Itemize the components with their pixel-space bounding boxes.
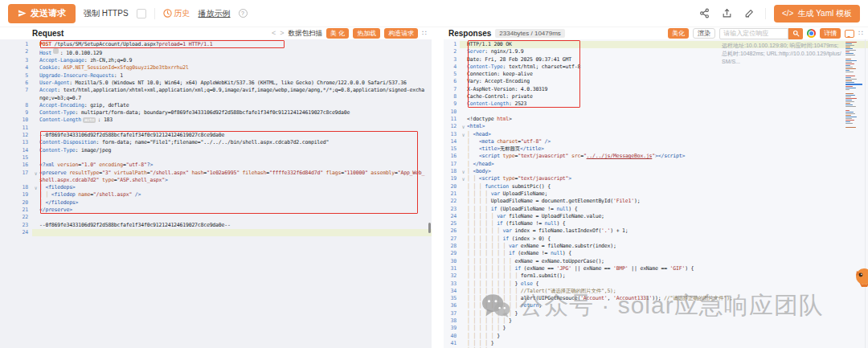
code-line: 12--0f869fe3433106d92f2d588bcfafe1f34f0c… — [0, 132, 432, 139]
history-label: 历史 — [174, 8, 190, 19]
code-line: 15 — [0, 154, 432, 162]
code-line: 30│ │ │ │ │ │ │ │ exName = exName.toUppe… — [444, 258, 868, 265]
open-in-chrome-icon[interactable] — [807, 29, 816, 38]
request-editor[interactable]: 1POST /tplus/SM/SetupAccount/Upload.aspx… — [0, 39, 432, 348]
clock-icon — [163, 9, 172, 18]
generate-yaml-button[interactable]: </> 生成 Yaml 模板 — [774, 5, 860, 23]
history-button[interactable]: 历史 — [163, 8, 190, 19]
code-line: 1POST /tplus/SM/SetupAccount/Upload.aspx… — [0, 41, 432, 48]
code-line: 18∨│ <body> — [444, 168, 868, 175]
code-line: 29│ │ │ │ │ │ │ if (exName != null) { — [444, 250, 868, 257]
request-scrollbar-handle[interactable] — [428, 223, 431, 233]
export-button[interactable] — [720, 6, 735, 21]
code-line: 19│ │ <filedep name="/shell.aspx" /> — [0, 191, 432, 199]
code-line: 22 — [0, 214, 432, 221]
code-line: 17│ </head> — [444, 161, 868, 168]
code-line: 9Content-Type: multipart/form-data; boun… — [0, 109, 432, 117]
next-packet-button[interactable]: > — [280, 30, 284, 37]
code-line: 13∨│ <head> — [444, 131, 868, 138]
packet-scan-button[interactable]: 数据包扫描 — [289, 29, 323, 39]
response-panel-title: Responses — [448, 29, 491, 38]
code-line: 14│ <meta charset="utf-8" /> — [444, 138, 868, 145]
code-line: 7Accept: text/html,application/xhtml+xml… — [0, 87, 432, 102]
toolbar-divider — [154, 8, 155, 19]
code-line: 8Cache-Control: private — [444, 93, 868, 100]
prev-packet-button[interactable]: < — [272, 30, 276, 37]
code-line: 12∨<html> — [444, 123, 868, 130]
code-line: 22│ │ │ │ UploadFileName = document.getE… — [444, 198, 868, 205]
code-line: 38│ │ │ │ │ │ │ } — [444, 317, 868, 325]
response-code: 1HTTP/1.1 200 OK2Server: nginx/1.9.93Dat… — [444, 39, 868, 348]
code-line: 27│ │ │ │ │ │ if (index > 0) { — [444, 235, 868, 243]
panel-resizer[interactable] — [432, 27, 444, 348]
response-fullscreen-icon[interactable]: ∷ — [858, 30, 863, 37]
request-panel: Request < > 数据包扫描 美 化 热加载 构造请求 ∷ 1POST /… — [0, 27, 432, 348]
help-icon[interactable]: ? — [239, 9, 248, 18]
response-scrollbar-track[interactable] — [865, 39, 868, 348]
code-line: 10 — [444, 108, 868, 116]
send-request-button[interactable]: 发送请求 — [8, 4, 76, 23]
code-line: 7X-AspNet-Version: 4.0.30319 — [444, 86, 868, 93]
details-button[interactable]: 详情 — [820, 28, 841, 39]
code-line: 34│ │ │ │ │ │ │ │ │ //Talert("请选择正确的图片文件… — [444, 288, 868, 295]
edit-button[interactable] — [743, 6, 757, 21]
request-code: 1POST /tplus/SM/SetupAccount/Upload.aspx… — [0, 39, 432, 236]
code-line: 39│ │ │ │ │ │ } — [444, 325, 868, 332]
top-toolbar: 发送请求 强制 HTTPS 历史 播放示例 ? </> 生成 Yaml 模板 — [0, 0, 868, 27]
export-icon — [722, 8, 732, 18]
share-button[interactable] — [698, 6, 712, 21]
code-line: 17∨<preserve resultType="3" virtualPath=… — [0, 170, 432, 185]
code-line: 40│ │ │ │ │ } — [444, 333, 868, 340]
code-line: 6User-Agent: Mozilla/5.0 (Windows NT 10.… — [0, 80, 432, 87]
code-line: 32│ │ │ │ │ │ │ │ │ form1.submit(); — [444, 272, 868, 280]
generate-yaml-label: 生成 Yaml 模板 — [797, 8, 852, 19]
request-panel-title: Request — [32, 29, 63, 38]
code-line: 35│ │ │ │ │ │ │ │ │ alert(UIPGetResouce(… — [444, 295, 868, 302]
code-line: 13Content-Disposition: form-data; name="… — [0, 139, 432, 146]
code-line: 33│ │ │ │ │ │ │ │ } else { — [444, 280, 868, 288]
response-stats-badge: 2334bytes / 10479ms — [495, 29, 565, 38]
beautify-response-button[interactable]: 美化 — [668, 28, 689, 39]
minimap[interactable] — [845, 42, 862, 129]
code-icon: </> — [782, 9, 793, 18]
response-panel: Responses 2334bytes / 10479ms 美化 渲染 详情 ∷… — [444, 27, 868, 348]
code-line: 23--0f869fe3433106d92f2d588bcfafe1f34f0c… — [0, 222, 432, 229]
render-response-button[interactable]: 渲染 — [693, 28, 715, 39]
code-line: 5Connection: keep-alive — [444, 71, 868, 78]
example-link[interactable]: 播放示例 — [199, 8, 231, 19]
code-line: 21│ │ │ │ var UploadFileName; — [444, 190, 868, 198]
code-line: 14Content-Type: image/jpeg — [0, 147, 432, 154]
code-line: 23│ │ │ │ if (UploadFileName != null) { — [444, 206, 868, 213]
comment-icon[interactable] — [845, 30, 854, 38]
response-editor[interactable]: 1HTTP/1.1 200 OK2Server: nginx/1.9.93Dat… — [444, 39, 868, 348]
beautify-request-button[interactable]: 美 化 — [326, 28, 349, 39]
code-line: 6Vary: Accept-Encoding — [444, 78, 868, 85]
force-https-checkbox[interactable] — [137, 9, 146, 18]
share-icon — [699, 8, 710, 18]
construct-request-button[interactable]: 构造请求 — [384, 28, 418, 39]
toolbar-divider-2 — [765, 8, 766, 19]
mascot-assistant-icon[interactable] — [851, 266, 868, 289]
edit-icon — [744, 8, 755, 18]
code-line: 19∨│ │ <script type="text/javascript"> — [444, 175, 868, 182]
request-fullscreen-icon[interactable]: ∷ — [422, 30, 427, 37]
web-fuzzer-app: 发送请求 强制 HTTPS 历史 播放示例 ? </> 生成 Yaml 模板 — [0, 0, 868, 348]
code-line: 16│ <script type="text/javascript" src="… — [444, 153, 868, 160]
hot-reload-button[interactable]: 热加载 — [353, 28, 380, 39]
code-line: 11 — [0, 125, 432, 132]
code-line: 10Content-Lengthauto: 183 — [0, 117, 432, 124]
code-line: 8Accept-Encoding: gzip, deflate — [0, 102, 432, 109]
request-panel-header: Request < > 数据包扫描 美 化 热加载 构造请求 ∷ — [0, 27, 432, 39]
code-line: 37│ │ │ │ │ │ │ │ } — [444, 310, 868, 317]
code-line: 31│ │ │ │ │ │ │ │ if (exName == 'JPG' ||… — [444, 265, 868, 272]
code-line: 36│ │ │ │ │ │ │ │ │ return; — [444, 302, 868, 309]
response-panel-header: Responses 2334bytes / 10479ms 美化 渲染 详情 ∷ — [444, 27, 868, 39]
search-button[interactable] — [788, 28, 803, 39]
locate-response-input[interactable] — [719, 28, 788, 39]
code-line: 5Upgrade-Insecure-Requests: 1 — [0, 72, 432, 80]
code-line: 41│ │ │ │ } — [444, 340, 868, 347]
code-line: 24 — [0, 229, 432, 236]
code-line: 4Cookie: ASP.NET_SessionId=x5fqg0suyzi2b… — [0, 64, 432, 72]
code-line: 21</preserve> — [0, 207, 432, 214]
code-line: 11<!doctype html> — [444, 116, 868, 123]
